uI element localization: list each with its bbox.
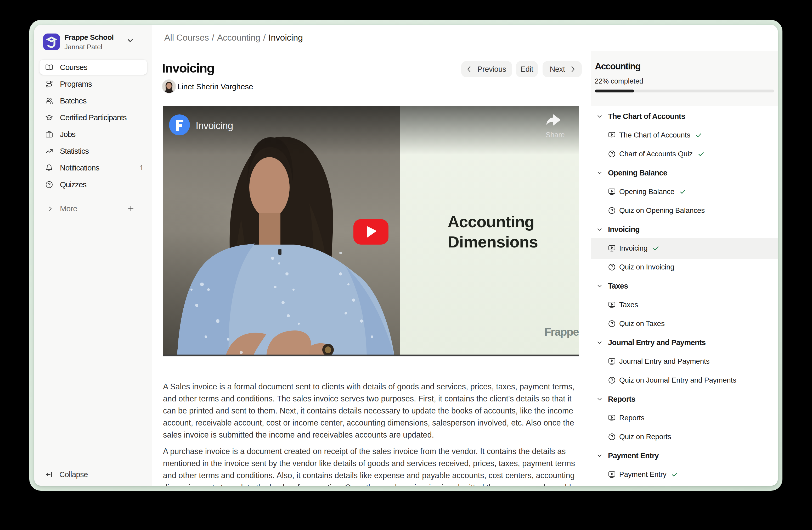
svg-text:Invoicing: Invoicing bbox=[196, 120, 233, 131]
svg-text:Accounting: Accounting bbox=[448, 213, 534, 231]
svg-text:Frappe: Frappe bbox=[545, 326, 579, 338]
svg-text:Dimensions: Dimensions bbox=[448, 233, 538, 251]
svg-text:Share: Share bbox=[546, 131, 565, 139]
